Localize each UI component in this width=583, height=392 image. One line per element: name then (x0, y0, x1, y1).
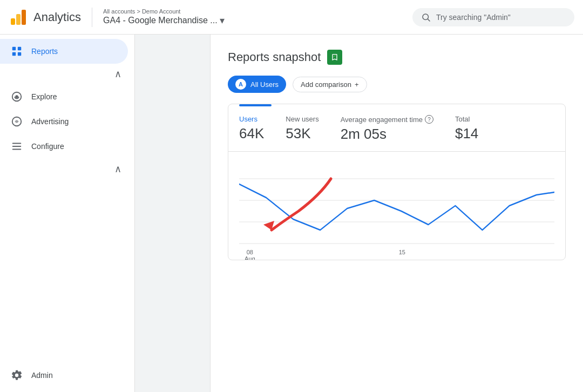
collapse-section-1: ∧ (0, 64, 134, 84)
svg-point-10 (16, 96, 18, 98)
account-breadcrumb: All accounts > Demo Account (103, 8, 225, 15)
metric-info-icon[interactable]: ? (425, 115, 433, 124)
svg-rect-6 (18, 47, 21, 50)
sidebar-configure-label: Configure (31, 142, 64, 151)
metrics-row: Users 64K New users 53K Averag (228, 106, 565, 152)
sidebar-admin-label: Admin (31, 371, 53, 380)
chart-x-labels: 08 Aug 15 (239, 249, 554, 260)
search-placeholder: Try searching "Admin" (436, 13, 511, 22)
sidebar-item-reports[interactable]: Reports (0, 39, 128, 64)
account-dropdown-chevron: ▾ (220, 15, 225, 26)
metric-total-label: Total (455, 115, 478, 123)
add-comparison-plus-icon: + (355, 80, 359, 89)
comparison-bar: A All Users Add comparison + (228, 76, 566, 93)
collapse-button-1[interactable]: ∧ (112, 66, 124, 82)
all-users-label: All Users (250, 80, 279, 89)
body-area: Reports ∧ Explore (0, 35, 583, 392)
main-content: Reports snapshot A All Users Add compari… (211, 35, 583, 392)
account-name: GA4 - Google Merchandise ... ▾ (103, 15, 225, 26)
metric-total-value: $14 (455, 125, 478, 142)
sidebar-reports-label: Reports (31, 47, 58, 56)
sidebar-item-advertising[interactable]: Advertising (0, 109, 128, 134)
svg-rect-1 (16, 14, 21, 25)
svg-rect-7 (12, 52, 16, 56)
metric-users-label: Users (239, 115, 264, 123)
header-divider (92, 8, 92, 27)
search-bar[interactable]: Try searching "Admin" (412, 8, 574, 26)
add-comparison-label: Add comparison (301, 80, 351, 89)
sidebar-advertising-label: Advertising (31, 117, 69, 126)
svg-rect-0 (11, 18, 15, 25)
reports-icon (11, 45, 23, 57)
svg-line-4 (428, 19, 430, 21)
report-bookmark-icon[interactable] (327, 50, 342, 65)
report-header: Reports snapshot (228, 50, 566, 65)
svg-point-3 (423, 14, 429, 20)
sidebar-item-configure[interactable]: Configure (0, 134, 128, 159)
metric-new-users-label: New users (286, 115, 318, 123)
all-users-badge[interactable]: A All Users (228, 76, 286, 93)
account-selector[interactable]: All accounts > Demo Account GA4 - Google… (103, 8, 225, 26)
sidebar-item-explore[interactable]: Explore (0, 84, 128, 109)
admin-gear-icon (11, 369, 23, 381)
svg-rect-14 (12, 149, 22, 150)
metric-avg-engagement[interactable]: Average engagement time ? 2m 05s (341, 115, 433, 143)
all-users-letter: A (235, 79, 246, 90)
sidebar-spacer (0, 179, 134, 363)
sidebar-item-admin[interactable]: Admin (0, 363, 128, 388)
chart-area: 08 Aug 15 (228, 152, 565, 260)
logo-link[interactable]: Analytics (9, 8, 81, 27)
svg-rect-5 (12, 47, 16, 50)
report-area: Reports snapshot A All Users Add compari… (211, 35, 583, 392)
metric-new-users-value: 53K (286, 125, 318, 142)
report-title: Reports snapshot (228, 50, 321, 64)
header: Analytics All accounts > Demo Account GA… (0, 0, 583, 35)
chart-x-label-15: 15 (399, 249, 405, 260)
explore-icon (11, 91, 23, 103)
metrics-card: Users 64K New users 53K Averag (228, 104, 566, 260)
collapse-section-2: ∧ (0, 159, 134, 179)
metric-new-users[interactable]: New users 53K (286, 115, 318, 143)
sidebar: Reports ∧ Explore (0, 35, 135, 392)
chart-x-label-08: 08 Aug (245, 249, 255, 260)
svg-rect-8 (18, 52, 21, 56)
analytics-logo-icon (9, 8, 28, 27)
metric-users-value: 64K (239, 125, 264, 142)
metric-avg-engagement-label: Average engagement time ? (341, 115, 433, 124)
app-title: Analytics (33, 10, 81, 24)
search-icon (421, 12, 431, 22)
sidebar-explore-label: Explore (31, 92, 57, 101)
advertising-icon (11, 116, 23, 127)
add-comparison-button[interactable]: Add comparison + (293, 77, 367, 92)
metric-total[interactable]: Total $14 (455, 115, 478, 143)
sub-nav-panel (135, 35, 211, 392)
metric-users[interactable]: Users 64K (239, 115, 264, 143)
collapse-button-2[interactable]: ∧ (112, 161, 124, 177)
svg-rect-2 (22, 10, 26, 25)
metric-avg-engagement-value: 2m 05s (341, 126, 433, 143)
svg-rect-12 (12, 143, 22, 144)
svg-rect-13 (12, 146, 22, 147)
chart-svg (239, 163, 554, 249)
configure-icon (11, 140, 23, 152)
